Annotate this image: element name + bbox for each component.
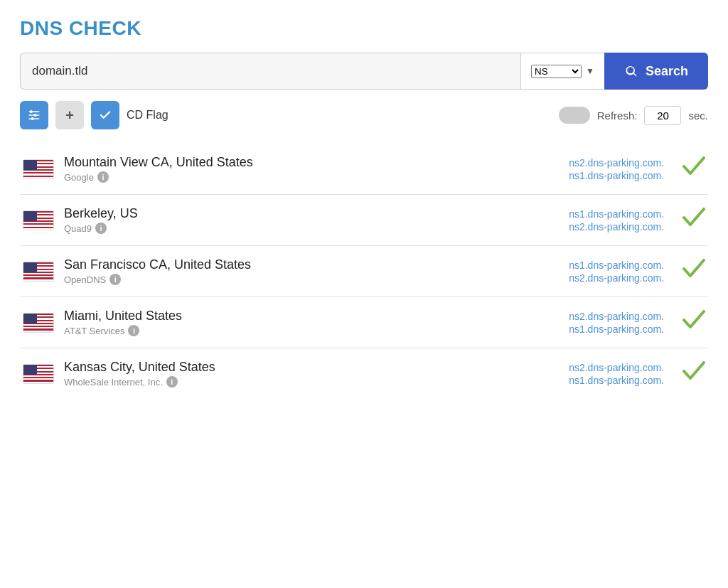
location-name: San Francisco CA, United States: [64, 257, 512, 272]
ns-records: ns1.dns-parking.com.ns2.dns-parking.com.: [522, 208, 664, 232]
search-button-label: Search: [646, 64, 688, 79]
add-button[interactable]: +: [55, 101, 84, 129]
us-flag-icon: [23, 313, 54, 333]
ns-link[interactable]: ns2.dns-parking.com.: [569, 221, 664, 232]
ns-link[interactable]: ns1.dns-parking.com.: [569, 375, 664, 386]
info-icon[interactable]: i: [109, 274, 121, 285]
refresh-label: Refresh:: [597, 109, 638, 122]
us-flag-icon: [23, 364, 54, 384]
status-check-icon: [682, 361, 705, 386]
info-icon[interactable]: i: [95, 223, 107, 234]
location-info: San Francisco CA, United StatesOpenDNSi: [64, 257, 512, 285]
location-name: Berkeley, US: [64, 206, 512, 221]
provider-line: WholeSale Internet, Inc.i: [64, 376, 512, 387]
sliders-icon: [27, 108, 41, 122]
results-list: Mountain View CA, United StatesGoogleins…: [20, 144, 708, 399]
ns-link[interactable]: ns2.dns-parking.com.: [569, 311, 664, 322]
filter-button[interactable]: [20, 101, 48, 129]
location-name: Kansas City, United States: [64, 360, 512, 375]
provider-line: Googlei: [64, 171, 512, 183]
ns-records: ns2.dns-parking.com.ns1.dns-parking.com.: [522, 157, 664, 181]
location-name: Mountain View CA, United States: [64, 155, 512, 170]
provider-name: Google: [64, 172, 94, 183]
location-info: Berkeley, USQuad9i: [64, 206, 512, 234]
location-info: Kansas City, United StatesWholeSale Inte…: [64, 360, 512, 387]
search-icon: [624, 64, 638, 78]
provider-line: OpenDNSi: [64, 274, 512, 285]
result-row-2: San Francisco CA, United StatesOpenDNSin…: [20, 246, 708, 297]
result-row-0: Mountain View CA, United StatesGoogleins…: [20, 144, 708, 195]
us-flag-icon: [23, 159, 54, 179]
provider-line: AT&T Servicesi: [64, 325, 512, 336]
result-row-1: Berkeley, USQuad9ins1.dns-parking.com.ns…: [20, 195, 708, 246]
domain-input[interactable]: [20, 53, 520, 90]
provider-name: AT&T Services: [64, 326, 124, 336]
ns-records: ns1.dns-parking.com.ns2.dns-parking.com.: [522, 260, 664, 284]
record-type-select[interactable]: A AAAA NS MX TXT CNAME SOA PTR: [531, 65, 582, 78]
provider-name: Quad9: [64, 223, 92, 234]
page-title: DNS CHECK: [20, 17, 708, 40]
svg-point-5: [31, 117, 33, 120]
info-icon[interactable]: i: [128, 325, 139, 336]
toolbar: + CD Flag Refresh: sec.: [20, 101, 708, 129]
result-row-3: Miami, United StatesAT&T Servicesins2.dn…: [20, 297, 708, 348]
ns-link[interactable]: ns1.dns-parking.com.: [569, 208, 664, 220]
ns-link[interactable]: ns2.dns-parking.com.: [569, 272, 664, 284]
provider-name: WholeSale Internet, Inc.: [64, 377, 163, 387]
location-name: Miami, United States: [64, 309, 512, 324]
us-flag-icon: [23, 210, 54, 230]
status-check-icon: [682, 259, 705, 284]
us-flag-icon: [23, 262, 54, 282]
location-info: Miami, United StatesAT&T Servicesi: [64, 309, 512, 336]
info-icon[interactable]: i: [166, 376, 178, 387]
provider-line: Quad9i: [64, 223, 512, 234]
ns-records: ns2.dns-parking.com.ns1.dns-parking.com.: [522, 311, 664, 335]
ns-link[interactable]: ns2.dns-parking.com.: [569, 362, 664, 373]
refresh-input[interactable]: [644, 106, 681, 125]
checkmark-icon: [99, 109, 112, 122]
search-button[interactable]: Search: [604, 53, 708, 90]
info-icon[interactable]: i: [97, 171, 109, 183]
add-icon: +: [65, 107, 74, 124]
refresh-toggle[interactable]: [559, 107, 590, 124]
svg-point-4: [34, 114, 37, 117]
cd-flag-label: CD Flag: [127, 109, 168, 122]
ns-link[interactable]: ns1.dns-parking.com.: [569, 170, 664, 181]
provider-name: OpenDNS: [64, 274, 106, 285]
location-info: Mountain View CA, United StatesGooglei: [64, 155, 512, 183]
ns-link[interactable]: ns1.dns-parking.com.: [569, 324, 664, 335]
svg-rect-2: [29, 118, 40, 119]
cd-flag-toggle[interactable]: [91, 101, 119, 129]
chevron-down-icon: ▼: [586, 66, 594, 76]
ns-records: ns2.dns-parking.com.ns1.dns-parking.com.: [522, 362, 664, 386]
record-type-wrapper: A AAAA NS MX TXT CNAME SOA PTR ▼: [520, 53, 604, 90]
status-check-icon: [682, 208, 705, 232]
svg-point-3: [30, 110, 33, 113]
result-row-4: Kansas City, United StatesWholeSale Inte…: [20, 348, 708, 399]
status-check-icon: [682, 156, 705, 181]
search-bar: A AAAA NS MX TXT CNAME SOA PTR ▼ Search: [20, 53, 708, 90]
ns-link[interactable]: ns1.dns-parking.com.: [569, 260, 664, 271]
status-check-icon: [682, 310, 705, 335]
ns-link[interactable]: ns2.dns-parking.com.: [569, 157, 664, 169]
sec-label: sec.: [688, 109, 708, 122]
